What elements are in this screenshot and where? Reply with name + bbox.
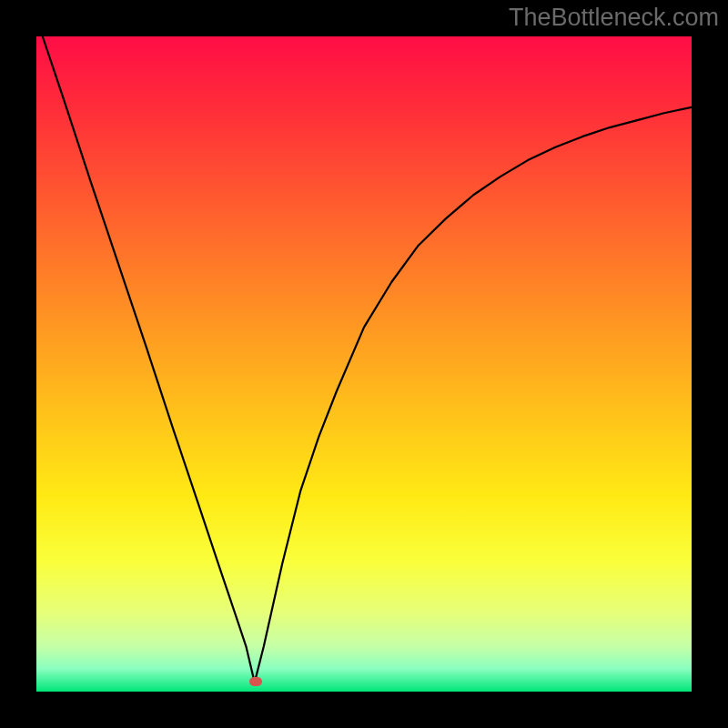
plot-area xyxy=(36,36,692,692)
optimum-marker xyxy=(249,677,262,686)
watermark-text: TheBottleneck.com xyxy=(509,4,719,32)
bottleneck-curve xyxy=(36,36,692,692)
chart-frame: TheBottleneck.com xyxy=(0,0,728,728)
